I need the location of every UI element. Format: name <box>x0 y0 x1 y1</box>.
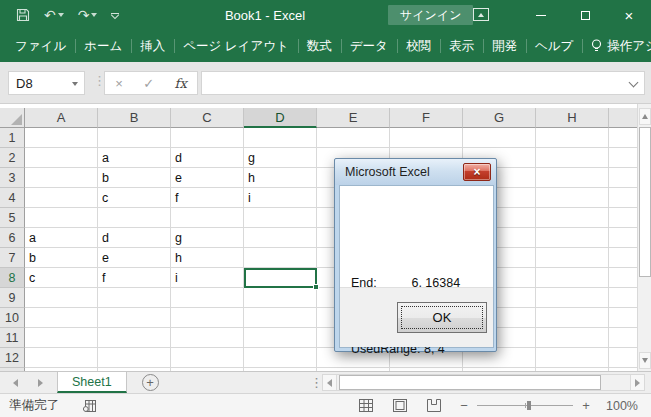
scroll-right-button[interactable] <box>630 375 644 390</box>
redo-button[interactable]: ↷ <box>78 7 98 23</box>
row-header-4[interactable]: 4 <box>0 188 25 208</box>
select-all-button[interactable] <box>0 108 25 128</box>
cell-partial-6[interactable] <box>609 228 637 248</box>
cell-partial-7[interactable] <box>609 248 637 268</box>
name-box[interactable]: D8 <box>8 71 85 95</box>
ribbon-tab-5[interactable]: データ <box>341 30 397 62</box>
cell-A7[interactable]: b <box>25 248 98 268</box>
ribbon-tab-1[interactable]: ホーム <box>75 30 131 62</box>
cell-B7[interactable]: e <box>98 248 171 268</box>
ribbon-tab-4[interactable]: 数式 <box>298 30 341 62</box>
cell-C9[interactable] <box>171 288 244 308</box>
cell-B11[interactable] <box>98 328 171 348</box>
cell-C12[interactable] <box>171 348 244 368</box>
cell-B5[interactable] <box>98 208 171 228</box>
cell-A3[interactable] <box>25 168 98 188</box>
cell-C4[interactable]: f <box>171 188 244 208</box>
column-header-E[interactable]: E <box>317 108 390 128</box>
column-header-partial[interactable] <box>609 108 637 128</box>
ribbon-tab-8[interactable]: 開発 <box>483 30 526 62</box>
cell-D11[interactable] <box>244 328 317 348</box>
ok-button[interactable]: OK <box>397 302 487 333</box>
row-header-6[interactable]: 6 <box>0 228 25 248</box>
column-header-F[interactable]: F <box>390 108 463 128</box>
cell-H7[interactable] <box>536 248 609 268</box>
cell-B8[interactable]: f <box>98 268 171 288</box>
ribbon-tab-tell-me[interactable]: 操作アシス <box>582 30 651 62</box>
cell-B6[interactable]: d <box>98 228 171 248</box>
cell-H10[interactable] <box>536 308 609 328</box>
cell-A8[interactable]: c <box>25 268 98 288</box>
minimize-button[interactable] <box>519 0 563 30</box>
cell-A5[interactable] <box>25 208 98 228</box>
cell-H6[interactable] <box>536 228 609 248</box>
cell-D9[interactable] <box>244 288 317 308</box>
cell-C5[interactable] <box>171 208 244 228</box>
cell-A9[interactable] <box>25 288 98 308</box>
cell-C10[interactable] <box>171 308 244 328</box>
cell-D8[interactable] <box>244 268 317 288</box>
cell-A11[interactable] <box>25 328 98 348</box>
row-header-5[interactable]: 5 <box>0 208 25 228</box>
cell-B4[interactable]: c <box>98 188 171 208</box>
cell-D1[interactable] <box>244 128 317 148</box>
cell-H11[interactable] <box>536 328 609 348</box>
cell-A12[interactable] <box>25 348 98 368</box>
cell-C7[interactable]: h <box>171 248 244 268</box>
ribbon-tab-3[interactable]: ページ レイアウト <box>174 30 298 62</box>
cell-partial-11[interactable] <box>609 328 637 348</box>
cell-A4[interactable] <box>25 188 98 208</box>
cell-partial-10[interactable] <box>609 308 637 328</box>
cell-D7[interactable] <box>244 248 317 268</box>
prev-sheet-icon[interactable] <box>13 379 18 387</box>
cell-A10[interactable] <box>25 308 98 328</box>
cell-D3[interactable]: h <box>244 168 317 188</box>
dialog-close-button[interactable]: × <box>463 163 491 181</box>
row-header-11[interactable]: 11 <box>0 328 25 348</box>
row-header-7[interactable]: 7 <box>0 248 25 268</box>
cell-D4[interactable]: i <box>244 188 317 208</box>
cell-H9[interactable] <box>536 288 609 308</box>
row-header-1[interactable]: 1 <box>0 128 25 148</box>
vertical-scrollbar[interactable] <box>637 104 651 371</box>
column-header-A[interactable]: A <box>25 108 98 128</box>
cell-partial-9[interactable] <box>609 288 637 308</box>
scroll-left-button[interactable] <box>323 375 337 390</box>
cell-A1[interactable] <box>25 128 98 148</box>
column-header-G[interactable]: G <box>463 108 536 128</box>
column-header-D[interactable]: D <box>244 108 317 128</box>
row-header-3[interactable]: 3 <box>0 168 25 188</box>
insert-function-icon[interactable]: fx <box>175 76 187 91</box>
formula-input[interactable] <box>201 71 645 95</box>
column-header-C[interactable]: C <box>171 108 244 128</box>
cell-G1[interactable] <box>463 128 536 148</box>
cell-D6[interactable] <box>244 228 317 248</box>
cell-partial-3[interactable] <box>609 168 637 188</box>
sheet-tab-sheet1[interactable]: Sheet1 <box>57 372 127 393</box>
ribbon-tab-2[interactable]: 挿入 <box>131 30 174 62</box>
cell-C8[interactable]: i <box>171 268 244 288</box>
cell-E1[interactable] <box>317 128 390 148</box>
scroll-down-button[interactable] <box>639 352 651 369</box>
cell-B3[interactable]: b <box>98 168 171 188</box>
cell-H5[interactable] <box>536 208 609 228</box>
zoom-slider-thumb[interactable] <box>527 401 531 410</box>
cell-H3[interactable] <box>536 168 609 188</box>
cell-partial-2[interactable] <box>609 148 637 168</box>
column-header-B[interactable]: B <box>98 108 171 128</box>
row-header-2[interactable]: 2 <box>0 148 25 168</box>
customize-qat-button[interactable] <box>111 13 119 18</box>
row-header-10[interactable]: 10 <box>0 308 25 328</box>
close-button[interactable]: × <box>607 0 651 30</box>
zoom-level[interactable]: 100% <box>599 399 651 413</box>
column-header-H[interactable]: H <box>536 108 609 128</box>
ribbon-tab-7[interactable]: 表示 <box>440 30 483 62</box>
cell-H12[interactable] <box>536 348 609 368</box>
redo-dropdown-icon[interactable] <box>91 13 97 17</box>
ribbon-tab-6[interactable]: 校閲 <box>397 30 440 62</box>
cell-B10[interactable] <box>98 308 171 328</box>
cell-partial-8[interactable] <box>609 268 637 288</box>
sign-in-button[interactable]: サインイン <box>388 5 473 25</box>
ribbon-tab-9[interactable]: ヘルプ <box>526 30 582 62</box>
zoom-in-button[interactable]: + <box>573 398 599 413</box>
